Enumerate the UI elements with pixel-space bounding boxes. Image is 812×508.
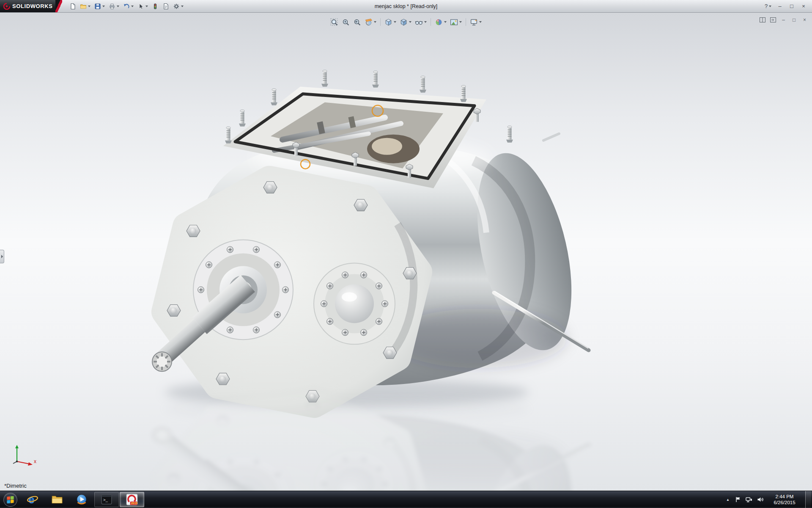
fullscreen-button[interactable]: [769, 16, 777, 23]
save-button[interactable]: [93, 2, 106, 11]
view-settings-button[interactable]: [469, 17, 483, 27]
title-bar: SOLIDWORKS: [0, 0, 812, 13]
chevron-down-icon: [479, 21, 482, 23]
view-cube-icon: [384, 18, 392, 26]
pane-display-icon: [760, 17, 765, 22]
logo-accent: [55, 0, 62, 12]
svg-text:2015: 2015: [131, 502, 137, 505]
chevron-down-icon: [409, 21, 411, 23]
chevron-down-icon: [394, 21, 396, 23]
restore-icon: □: [793, 17, 796, 23]
select-button[interactable]: [136, 2, 149, 11]
model-reflection: [152, 397, 589, 491]
section-view-button[interactable]: [363, 17, 378, 27]
solidworks-window: { "colors": { "brand_red": "#c8102e", "h…: [0, 0, 812, 508]
taskbar-item-solidworks-2015[interactable]: 2015: [120, 492, 144, 507]
open-button[interactable]: [79, 2, 92, 11]
view-orientation-button[interactable]: [383, 17, 398, 27]
chevron-right-icon: [1, 255, 3, 258]
undo-button[interactable]: [122, 2, 135, 11]
quick-access-toolbar: [68, 2, 185, 11]
taskbar: e >_ 2015: [0, 491, 812, 508]
secondary-bearing-assembly[interactable]: [314, 263, 395, 344]
previous-view-button[interactable]: [352, 17, 362, 27]
chevron-down-icon: [459, 21, 462, 23]
folder-icon: [51, 493, 63, 506]
maximize-icon: □: [790, 3, 793, 9]
chevron-down-icon: [88, 6, 91, 7]
solidworks-icon: 2015: [126, 493, 138, 506]
file-properties-icon: [162, 3, 169, 10]
undo-icon: [123, 3, 130, 10]
hide-show-items-button[interactable]: [414, 17, 428, 27]
help-button[interactable]: ?: [763, 2, 773, 11]
close-button[interactable]: ×: [798, 2, 809, 11]
chevron-down-icon: [374, 21, 376, 23]
appearance-ball-icon: [435, 18, 443, 26]
file-properties-button[interactable]: [161, 2, 170, 11]
svg-text:e: e: [28, 494, 34, 505]
toolbar-separator: [431, 18, 431, 26]
display-style-button[interactable]: [398, 17, 413, 27]
close-document-button[interactable]: ×: [801, 16, 809, 23]
heads-up-view-toolbar: [329, 17, 483, 27]
rebuild-traffic-light-icon: [152, 3, 159, 10]
edit-appearance-button[interactable]: [433, 17, 448, 27]
action-center-flag-icon[interactable]: [735, 496, 741, 503]
svg-text:>_: >_: [103, 497, 108, 502]
triad-x-label: x: [34, 458, 36, 464]
pane-display-button[interactable]: [758, 16, 766, 23]
command-prompt-icon: >_: [100, 493, 113, 506]
clock-time: 2:44 PM: [768, 494, 801, 500]
network-icon[interactable]: [745, 496, 753, 503]
solidworks-menu-logo[interactable]: SOLIDWORKS: [0, 0, 55, 12]
view-settings-monitor-icon: [470, 18, 478, 26]
maximize-button[interactable]: □: [787, 2, 797, 11]
taskbar-item-command-prompt[interactable]: >_: [94, 492, 119, 507]
new-document-icon: [69, 3, 76, 10]
options-button[interactable]: [172, 2, 185, 11]
new-document-button[interactable]: [68, 2, 77, 11]
graphics-area[interactable]: – □ × x *Dimetric: [0, 13, 812, 491]
brand-text: SOLIDWORKS: [12, 3, 53, 9]
print-button[interactable]: [107, 2, 121, 11]
minimize-button[interactable]: –: [775, 2, 785, 11]
orientation-triad: x: [11, 442, 38, 467]
system-tray: ▲ 2:44 PM 6/26/2015: [725, 491, 812, 508]
show-hidden-icons-button[interactable]: ▲: [725, 498, 731, 502]
taskbar-clock[interactable]: 2:44 PM 6/26/2015: [768, 494, 801, 505]
zoom-to-area-button[interactable]: [340, 17, 351, 27]
show-desktop-button[interactable]: [805, 491, 811, 508]
chevron-down-icon: [769, 6, 771, 7]
display-style-icon: [400, 18, 408, 26]
taskbar-item-media-player[interactable]: [70, 492, 93, 507]
window-controls: ? – □ ×: [763, 2, 812, 11]
zoom-to-fit-button[interactable]: [329, 17, 340, 27]
windows-logo-icon: [3, 493, 17, 507]
document-window-controls: – □ ×: [758, 16, 809, 23]
apply-scene-button[interactable]: [449, 17, 463, 27]
volume-icon[interactable]: [757, 496, 764, 503]
chevron-down-icon: [145, 6, 148, 7]
gearbox-model[interactable]: [0, 13, 812, 491]
scene-icon: [450, 18, 458, 26]
print-icon: [109, 3, 115, 10]
rebuild-button[interactable]: [151, 2, 160, 11]
previous-view-icon: [353, 18, 361, 26]
chevron-down-icon: [117, 6, 119, 7]
housing-stud[interactable]: [506, 126, 513, 142]
internet-explorer-icon: e: [26, 493, 39, 506]
start-button[interactable]: [0, 491, 20, 508]
chevron-down-icon: [102, 6, 105, 7]
close-icon: ×: [802, 3, 805, 9]
select-cursor-icon: [137, 3, 144, 10]
close-icon: ×: [803, 17, 806, 23]
minimize-document-button[interactable]: –: [779, 16, 787, 23]
section-view-icon: [365, 18, 373, 26]
ds-swirl-icon: [3, 3, 10, 10]
restore-document-button[interactable]: □: [790, 16, 798, 23]
taskbar-item-internet-explorer[interactable]: e: [21, 492, 44, 507]
save-icon: [94, 3, 101, 10]
reference-pane-handle[interactable]: [0, 250, 4, 263]
taskbar-item-windows-explorer[interactable]: [45, 492, 69, 507]
